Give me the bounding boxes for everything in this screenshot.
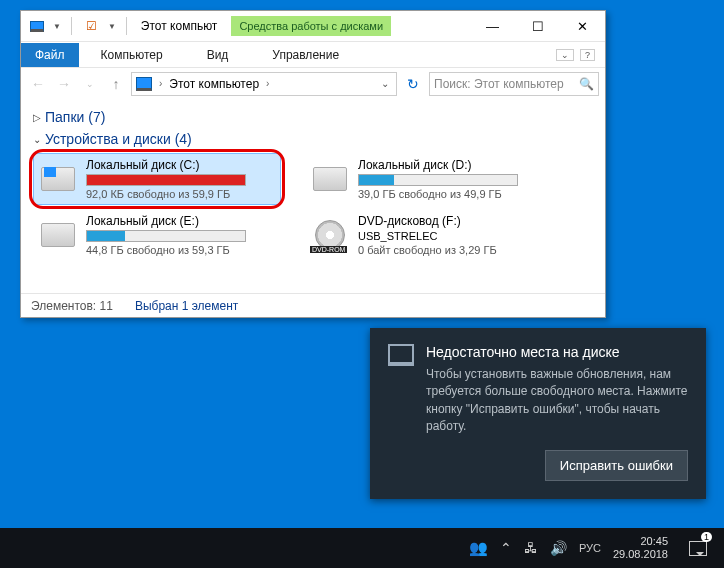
window-buttons: — ☐ ✕ [470,11,605,41]
disk-icon [310,161,350,197]
chevron-down-icon: ⌄ [33,134,41,145]
qat-dropdown-icon[interactable]: ▼ [108,22,116,31]
capacity-bar [358,174,518,186]
devices-label: Устройства и диски (4) [45,131,192,147]
nav-back-button[interactable]: ← [27,73,49,95]
toast-title: Недостаточно места на диске [426,344,688,360]
status-selected: Выбран 1 элемент [135,299,238,313]
toast-body: Чтобы установить важные обновления, нам … [426,366,688,436]
action-center-button[interactable]: 1 [680,528,716,568]
manage-menu[interactable]: Управление [250,43,361,67]
chevron-right-icon[interactable]: › [263,78,272,89]
drive-d[interactable]: Локальный диск (D:) 39,0 ГБ свободно из … [305,153,553,205]
drive-sublabel: USB_STRELEC [358,230,548,242]
minimize-button[interactable]: — [470,11,515,41]
notification-icon [689,541,707,556]
close-button[interactable]: ✕ [560,11,605,41]
notification-badge: 1 [701,532,712,542]
chevron-right-icon[interactable]: › [156,78,165,89]
fix-errors-button[interactable]: Исправить ошибки [545,450,688,481]
ribbon-context-tab[interactable]: Средства работы с дисками [231,16,391,36]
drive-free-text: 0 байт свободно из 3,29 ГБ [358,244,548,256]
volume-icon[interactable]: 🔊 [550,540,567,556]
maximize-button[interactable]: ☐ [515,11,560,41]
window-title: Этот компьют [137,19,218,33]
drive-free-text: 44,8 ГБ свободно из 59,3 ГБ [86,244,276,256]
qat-dropdown-icon[interactable]: ▼ [53,22,61,31]
network-icon[interactable]: 🖧 [524,540,538,556]
drive-free-text: 39,0 ГБ свободно из 49,9 ГБ [358,188,548,200]
computer-icon [388,344,414,366]
dvd-icon: DVD-ROM [310,217,350,253]
taskbar[interactable]: 👥 ⌃ 🖧 🔊 РУС 20:45 29.08.2018 1 [0,528,724,568]
nav-recent-button[interactable]: ⌄ [79,73,101,95]
explorer-window: ▼ ☑ ▼ Этот компьют Средства работы с дис… [20,10,606,318]
computer-icon [136,77,152,91]
chevron-right-icon: ▷ [33,112,41,123]
ribbon-toggle[interactable]: ⌄? [556,49,605,61]
search-placeholder: Поиск: Этот компьютер [434,77,564,91]
view-menu[interactable]: Вид [185,43,251,67]
drive-name: Локальный диск (C:) [86,158,276,172]
drive-c[interactable]: Локальный диск (C:) 92,0 КБ свободно из … [33,153,281,205]
folders-label: Папки (7) [45,109,105,125]
drive-name: Локальный диск (E:) [86,214,276,228]
status-elements: Элементов: 11 [31,299,113,313]
breadcrumb-item[interactable]: Этот компьютер [169,77,259,91]
separator [71,17,72,35]
search-input[interactable]: Поиск: Этот компьютер 🔍 [429,72,599,96]
address-bar[interactable]: › Этот компьютер › ⌄ [131,72,397,96]
clock-date: 29.08.2018 [613,548,668,561]
computer-menu[interactable]: Компьютер [79,43,185,67]
status-bar: Элементов: 11 Выбран 1 элемент [21,293,605,317]
system-tray: 👥 ⌃ 🖧 🔊 РУС 20:45 29.08.2018 1 [461,528,724,568]
low-disk-toast: Недостаточно места на диске Чтобы устано… [370,328,706,499]
nav-forward-button[interactable]: → [53,73,75,95]
address-bar-row: ← → ⌄ ↑ › Этот компьютер › ⌄ ↻ Поиск: Эт… [21,67,605,99]
content-area: ▷ Папки (7) ⌄ Устройства и диски (4) Лок… [21,99,605,293]
tray-chevron-up-icon[interactable]: ⌃ [500,540,512,556]
clock-time: 20:45 [613,535,668,548]
address-dropdown-icon[interactable]: ⌄ [378,78,392,89]
refresh-button[interactable]: ↻ [401,76,425,92]
drive-e[interactable]: Локальный диск (E:) 44,8 ГБ свободно из … [33,209,281,261]
language-indicator[interactable]: РУС [579,542,601,554]
folders-section-header[interactable]: ▷ Папки (7) [33,109,593,125]
file-menu[interactable]: Файл [21,43,79,67]
drive-free-text: 92,0 КБ свободно из 59,9 ГБ [86,188,276,200]
devices-section-header[interactable]: ⌄ Устройства и диски (4) [33,131,593,147]
titlebar[interactable]: ▼ ☑ ▼ Этот компьют Средства работы с дис… [21,11,605,41]
properties-checkbox-icon[interactable]: ☑ [82,16,102,36]
disk-icon [38,161,78,197]
people-icon[interactable]: 👥 [469,539,488,557]
nav-up-button[interactable]: ↑ [105,73,127,95]
capacity-bar [86,174,246,186]
drive-f[interactable]: DVD-ROM DVD-дисковод (F:) USB_STRELEC 0 … [305,209,553,261]
drive-name: Локальный диск (D:) [358,158,548,172]
computer-icon [27,16,47,36]
search-icon: 🔍 [579,77,594,91]
drives-grid: Локальный диск (C:) 92,0 КБ свободно из … [33,153,593,261]
disk-icon [38,217,78,253]
quick-access-toolbar: ▼ ☑ ▼ [21,16,137,36]
clock[interactable]: 20:45 29.08.2018 [613,535,668,561]
separator [126,17,127,35]
menubar: Файл Компьютер Вид Управление ⌄? [21,41,605,67]
capacity-bar [86,230,246,242]
drive-name: DVD-дисковод (F:) [358,214,548,228]
